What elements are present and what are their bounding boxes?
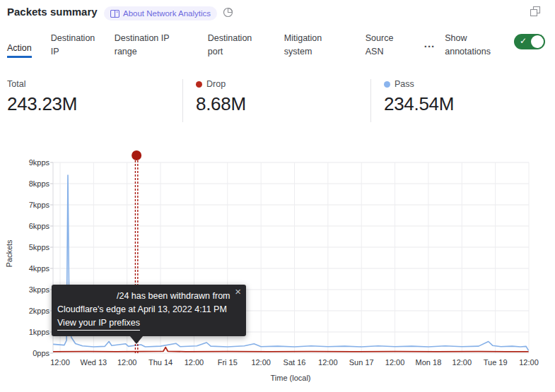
- close-icon[interactable]: ×: [235, 286, 241, 297]
- y-tick-label: 2kpps: [29, 307, 50, 315]
- x-tick-label: Mon 18: [416, 358, 442, 367]
- x-tick-label: 12:00: [117, 358, 137, 367]
- x-tick-label: Sat 16: [284, 358, 306, 367]
- y-tick-label: 1kpps: [29, 328, 50, 336]
- y-tick-label: 5kpps: [29, 243, 50, 251]
- x-tick-label: Wed 13: [80, 358, 107, 367]
- tooltip-text-line2: Cloudflare's edge at April 13, 2022 4:11…: [57, 303, 239, 316]
- x-tick-label: Tue 19: [484, 358, 508, 367]
- tooltip-text-line1: /24 has been withdrawn from: [57, 290, 239, 303]
- y-tick-label: 6kpps: [29, 222, 50, 230]
- x-tick-label: 12:00: [185, 358, 204, 367]
- x-tick-label: 12:00: [50, 358, 70, 367]
- y-tick-label: 9kpps: [29, 158, 50, 167]
- y-tick-label: 3kpps: [29, 285, 50, 294]
- x-axis-title: Time (local): [234, 374, 347, 382]
- annotation-tooltip: × /24 has been withdrawn from Cloudflare…: [52, 285, 246, 336]
- x-tick-label: 12:00: [519, 358, 539, 367]
- annotation-marker[interactable]: [132, 150, 141, 160]
- x-tick-label: 12:00: [385, 358, 405, 367]
- y-tick-label: 8kpps: [29, 179, 50, 188]
- y-tick-label: 7kpps: [29, 201, 50, 209]
- y-tick-label: 0pps: [33, 349, 49, 357]
- x-tick-label: 12:00: [318, 358, 338, 367]
- x-tick-label: Thu 14: [148, 358, 173, 367]
- y-axis-title: Packets: [5, 232, 15, 275]
- y-tick-label: 4kpps: [29, 264, 50, 273]
- x-tick-label: 12:00: [452, 358, 472, 367]
- view-ip-prefixes-link[interactable]: View your IP prefixes: [57, 316, 140, 331]
- x-tick-label: Sun 17: [349, 358, 374, 367]
- x-tick-label: 12:00: [251, 358, 271, 367]
- x-tick-label: Fri 15: [218, 358, 238, 367]
- chart-line-drop: [53, 348, 529, 352]
